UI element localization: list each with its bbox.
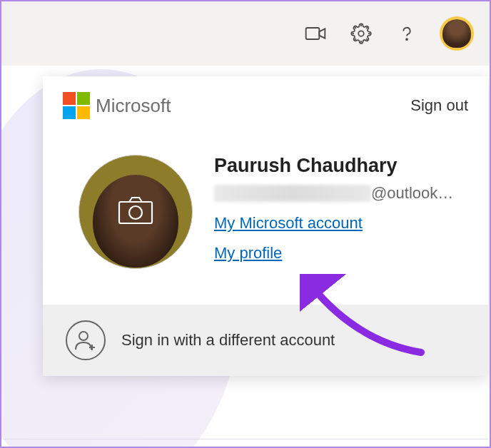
flyout-body: Paurush Chaudhary @outlook… My Microsoft… (43, 126, 488, 305)
flyout-header: Microsoft Sign out (43, 76, 488, 126)
account-flyout: Microsoft Sign out Paurush Chaudhary @ou… (43, 76, 488, 376)
microsoft-logo: Microsoft (63, 92, 171, 119)
avatar-face-large (93, 175, 178, 268)
microsoft-logo-text: Microsoft (96, 95, 171, 117)
svg-point-1 (358, 31, 364, 36)
svg-rect-0 (306, 28, 320, 39)
user-info: Paurush Chaudhary @outlook… My Microsoft… (214, 155, 460, 269)
add-account-icon (66, 320, 106, 360)
sign-out-link[interactable]: Sign out (410, 96, 468, 115)
email-suffix: @outlook… (371, 184, 453, 203)
my-profile-link[interactable]: My profile (214, 244, 282, 263)
add-account-row[interactable]: Sign in with a different account (43, 305, 488, 376)
gear-icon[interactable] (348, 21, 374, 46)
my-microsoft-account-link[interactable]: My Microsoft account (214, 214, 363, 233)
svg-point-2 (406, 39, 408, 40)
toolbar (1, 1, 490, 66)
help-icon[interactable] (394, 21, 420, 46)
email-redacted (214, 185, 371, 202)
avatar-small[interactable] (440, 16, 474, 51)
avatar-large[interactable] (79, 155, 193, 269)
microsoft-logo-icon (63, 92, 90, 119)
svg-point-5 (79, 332, 88, 340)
avatar-face (442, 19, 471, 48)
video-icon[interactable] (303, 21, 328, 46)
add-account-label: Sign in with a different account (121, 331, 335, 350)
bottom-divider (3, 439, 488, 439)
user-email: @outlook… (214, 184, 460, 203)
user-name: Paurush Chaudhary (214, 155, 460, 177)
